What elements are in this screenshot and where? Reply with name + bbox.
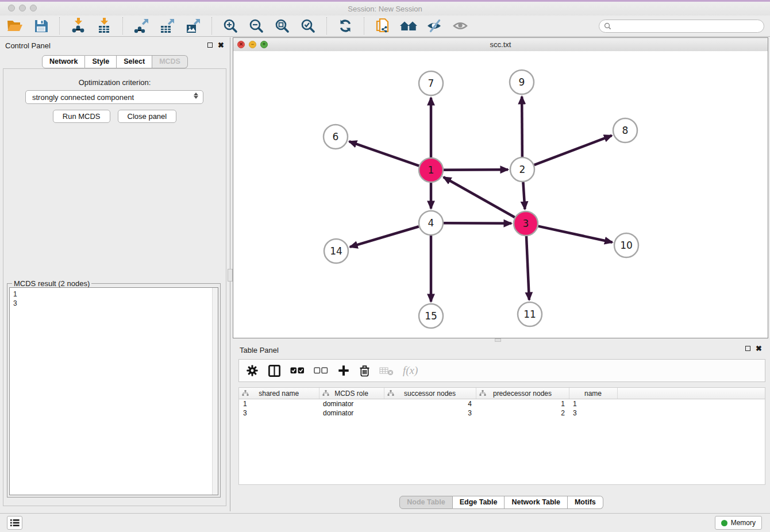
control-tab-mcds[interactable]: MCDS <box>152 55 188 68</box>
memory-label: Memory <box>731 519 756 527</box>
task-history-button[interactable] <box>7 516 22 530</box>
window-titlebar: Session: New Session <box>0 0 770 16</box>
network-window-titlebar[interactable]: ✕ − + scc.txt <box>233 38 768 52</box>
column-header-name[interactable]: name <box>569 388 617 399</box>
table-tab-motifs[interactable]: Motifs <box>568 496 603 509</box>
graph-edge-1-6[interactable] <box>349 141 419 165</box>
toolbar-separator <box>122 17 123 34</box>
toolbar-separator <box>326 17 327 34</box>
duplicate-network-icon[interactable] <box>374 17 392 34</box>
save-session-icon[interactable] <box>32 17 50 34</box>
graph-edge-4-3[interactable] <box>444 223 511 223</box>
import-table-icon[interactable] <box>95 17 113 34</box>
close-table-panel-icon[interactable]: ✖ <box>756 345 762 352</box>
graph-node-1[interactable]: 1 <box>419 158 443 182</box>
graph-edge-1-2[interactable] <box>444 169 508 170</box>
control-panel: Control Panel ✖ NetworkStyleSelectMCDS O… <box>0 37 230 511</box>
network-canvas[interactable]: 7968124314101511 <box>233 51 768 338</box>
graph-edge-3-10[interactable] <box>538 226 612 242</box>
column-header-shared-name[interactable]: shared name <box>239 388 319 399</box>
open-session-icon[interactable] <box>6 17 24 34</box>
table-row[interactable]: 1dominator411 <box>239 399 765 409</box>
select-stepper-icon <box>194 92 198 99</box>
graph-node-15[interactable]: 15 <box>419 304 443 328</box>
graph-node-4[interactable]: 4 <box>419 211 443 235</box>
toolbar-separator <box>59 17 60 34</box>
vertical-splitter-handle[interactable] <box>228 269 233 282</box>
graph-node-6[interactable]: 6 <box>324 125 348 149</box>
table-tab-edge-table[interactable]: Edge Table <box>453 496 505 509</box>
column-header-successor-nodes[interactable]: successor nodes <box>384 388 476 399</box>
close-panel-button[interactable]: Close panel <box>118 110 177 123</box>
home-icon[interactable] <box>399 17 418 34</box>
criterion-select-value: strongly connected component <box>32 93 134 102</box>
column-layout-icon[interactable] <box>268 364 281 377</box>
refresh-view-icon[interactable] <box>336 17 355 34</box>
graph-edge-2-8[interactable] <box>534 136 612 165</box>
toolbar-separator <box>211 17 212 34</box>
table-panel-tabs: Node TableEdge TableNetwork TableMotifs <box>233 496 770 509</box>
graph-node-2[interactable]: 2 <box>510 157 534 182</box>
graph-edge-3-1[interactable] <box>444 177 515 217</box>
svg-text:15: 15 <box>425 310 437 322</box>
mcds-result-line: 1 <box>13 290 214 299</box>
memory-status-icon <box>721 520 727 526</box>
graph-node-8[interactable]: 8 <box>613 118 637 142</box>
criterion-select[interactable]: strongly connected component <box>25 90 203 104</box>
tree-icon <box>387 390 394 396</box>
svg-text:10: 10 <box>620 240 633 251</box>
table-panel: Table Panel ✖ f(x) shared nameMCD <box>233 342 770 511</box>
float-panel-icon[interactable] <box>207 43 213 48</box>
column-header-predecessor-nodes[interactable]: predecessor nodes <box>476 388 569 399</box>
network-window-title: scc.txt <box>233 40 768 49</box>
graph-node-10[interactable]: 10 <box>614 233 638 257</box>
search-box[interactable] <box>599 20 764 33</box>
graph-edge-2-9[interactable] <box>522 97 522 157</box>
zoom-in-icon[interactable] <box>221 17 240 34</box>
table-tab-node-table[interactable]: Node Table <box>399 496 452 509</box>
tree-icon <box>322 390 329 396</box>
table-settings-gear-icon[interactable] <box>246 364 259 377</box>
list-icon <box>10 519 20 527</box>
memory-button[interactable]: Memory <box>715 516 762 530</box>
delete-table-icon-disabled <box>379 366 394 376</box>
export-image-icon[interactable] <box>184 17 202 34</box>
control-tab-style[interactable]: Style <box>85 55 117 68</box>
node-table: shared nameMCDS rolesuccessor nodesprede… <box>238 387 765 485</box>
hide-graphics-icon[interactable] <box>425 17 444 34</box>
column-header-filler <box>617 388 765 399</box>
run-mcds-button[interactable]: Run MCDS <box>53 110 110 123</box>
zoom-selected-icon[interactable] <box>299 17 317 34</box>
graph-node-11[interactable]: 11 <box>518 302 542 326</box>
control-panel-title: Control Panel <box>5 41 51 50</box>
show-graphics-icon[interactable] <box>451 17 469 34</box>
deselect-all-icon[interactable] <box>314 367 328 375</box>
mcds-result-list[interactable]: 13 <box>9 287 218 495</box>
column-header-MCDS-role[interactable]: MCDS role <box>319 388 384 399</box>
graph-node-3[interactable]: 3 <box>514 211 538 236</box>
result-scrollbar[interactable] <box>212 288 218 495</box>
graph-node-14[interactable]: 14 <box>324 239 348 263</box>
table-tab-network-table[interactable]: Network Table <box>505 496 568 509</box>
graph-edge-4-14[interactable] <box>350 226 419 247</box>
select-all-icon[interactable] <box>290 367 305 375</box>
graph-edge-2-3[interactable] <box>523 182 525 209</box>
import-network-icon[interactable] <box>69 17 87 34</box>
tree-icon <box>242 390 249 396</box>
export-network-icon[interactable] <box>132 17 151 34</box>
add-icon[interactable] <box>337 364 350 377</box>
graph-node-7[interactable]: 7 <box>419 71 443 95</box>
table-panel-title: Table Panel <box>240 346 279 354</box>
graph-edge-3-11[interactable] <box>526 236 529 300</box>
delete-icon[interactable] <box>359 364 370 377</box>
search-input[interactable] <box>614 21 759 31</box>
zoom-out-icon[interactable] <box>247 17 265 34</box>
graph-node-9[interactable]: 9 <box>510 70 534 94</box>
float-table-panel-icon[interactable] <box>745 346 750 351</box>
close-panel-icon[interactable]: ✖ <box>218 42 224 48</box>
table-row[interactable]: 3dominator323 <box>239 408 765 418</box>
control-tab-select[interactable]: Select <box>117 55 152 68</box>
control-tab-network[interactable]: Network <box>42 55 85 68</box>
zoom-fit-icon[interactable] <box>273 17 291 34</box>
export-table-icon[interactable] <box>158 17 176 34</box>
